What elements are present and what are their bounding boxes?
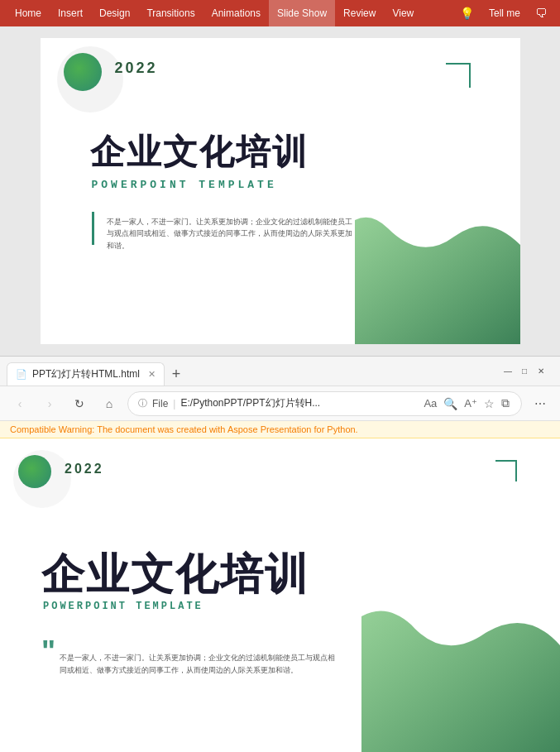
green-line-accent: [92, 212, 94, 245]
tab-label: PPT幻灯片转HTML.html: [32, 367, 140, 381]
menu-animations[interactable]: Animations: [203, 0, 269, 26]
tab-file-icon: 📄: [16, 369, 27, 380]
tab-strip: 📄 PPT幻灯片转HTML.html ✕ +: [7, 357, 502, 386]
menu-design[interactable]: Design: [91, 0, 138, 26]
url-file-label: File: [152, 398, 168, 410]
corner-bracket: [446, 63, 471, 88]
menu-home[interactable]: Home: [7, 0, 50, 26]
menu-insert[interactable]: Insert: [50, 0, 91, 26]
refresh-button[interactable]: ↻: [68, 392, 91, 415]
url-divider: |: [173, 398, 175, 410]
browser-titlebar: 📄 PPT幻灯片转HTML.html ✕ + — □ ✕: [0, 357, 560, 386]
wave-decoration: [355, 195, 520, 344]
menu-view[interactable]: View: [384, 0, 422, 26]
close-button[interactable]: ✕: [535, 366, 547, 377]
tab-close-btn[interactable]: ✕: [148, 369, 156, 380]
main-title-cn: 企业文化培训: [90, 129, 309, 175]
forward-button[interactable]: ›: [38, 392, 61, 415]
menu-review[interactable]: Review: [335, 0, 384, 26]
b-body-text: 不是一家人，不进一家门。让关系更加协调；企业文化的过滤机制能使员工与观点相同或相…: [60, 652, 341, 678]
green-circle: [64, 53, 102, 91]
maximize-button[interactable]: □: [519, 366, 530, 377]
year-label: 2022: [115, 60, 158, 77]
minimize-button[interactable]: —: [502, 366, 514, 377]
b-subtitle-en: POWERPOINT TEMPLATE: [43, 601, 203, 612]
home-button[interactable]: ⌂: [98, 392, 121, 415]
browser-action-icons: ⋯: [529, 392, 552, 415]
star-icon[interactable]: ☆: [482, 395, 496, 412]
ribbon-bar: Home Insert Design Transitions Animation…: [0, 0, 560, 26]
b-corner-bracket: [495, 460, 517, 481]
comment-icon[interactable]: 🗨: [529, 0, 553, 26]
zoom-icon[interactable]: 🔍: [442, 395, 459, 412]
b-main-title-cn: 企业文化培训: [41, 546, 309, 604]
b-green-circle: [18, 455, 51, 488]
back-button[interactable]: ‹: [8, 392, 31, 415]
body-text: 不是一家人，不进一家门。让关系更加协调；企业文化的过滤机制能使员工与观点相同或相…: [107, 216, 355, 251]
slide-area: 2022 企业文化培训 POWERPOINT TEMPL: [0, 26, 560, 356]
text-size-icon[interactable]: A⁺: [462, 395, 479, 411]
extensions-button[interactable]: ⋯: [529, 392, 552, 415]
b-wave-decoration: [361, 587, 560, 752]
browser-content: Compatible Warning: The document was cre…: [0, 421, 560, 752]
url-bar[interactable]: ⓘ File | E:/PythonPPT/PPT幻灯片转H... Aа 🔍 A…: [127, 391, 522, 416]
url-text: E:/PythonPPT/PPT幻灯片转H...: [180, 396, 320, 410]
ppt-slide-inner: 2022 企业文化培训 POWERPOINT TEMPL: [41, 38, 520, 344]
powerpoint-app: Home Insert Design Transitions Animation…: [0, 0, 560, 356]
split-view-icon[interactable]: ⧉: [500, 395, 511, 412]
browser-tab-active[interactable]: 📄 PPT幻灯片转HTML.html ✕: [7, 362, 165, 386]
menu-transitions[interactable]: Transitions: [138, 0, 203, 26]
browser-slide-frame: 2022 企业文化培训 POWERPOINT TEMPL: [0, 438, 560, 752]
lightbulb-icon[interactable]: 💡: [453, 0, 481, 26]
browser-window: 📄 PPT幻灯片转HTML.html ✕ + — □ ✕ ‹ › ↻ ⌂ ⓘ F…: [0, 356, 560, 752]
lock-icon: ⓘ: [138, 397, 147, 410]
translate-icon[interactable]: Aа: [422, 395, 438, 411]
address-bar: ‹ › ↻ ⌂ ⓘ File | E:/PythonPPT/PPT幻灯片转H..…: [0, 386, 560, 421]
b-year-label: 2022: [65, 462, 104, 477]
new-tab-button[interactable]: +: [165, 362, 188, 386]
browser-slide-inner: 2022 企业文化培训 POWERPOINT TEMPL: [0, 438, 560, 752]
b-quote-mark: ": [41, 637, 55, 667]
ppt-slide-frame: 2022 企业文化培训 POWERPOINT TEMPL: [41, 38, 520, 344]
menu-slideshow[interactable]: Slide Show: [269, 0, 335, 26]
tell-me-label[interactable]: Tell me: [481, 0, 529, 26]
warning-bar: Compatible Warning: The document was cre…: [0, 421, 560, 438]
subtitle-en: POWERPOINT TEMPLATE: [92, 179, 277, 191]
url-action-icons: Aа 🔍 A⁺ ☆ ⧉: [422, 395, 511, 412]
window-controls: — □ ✕: [502, 366, 547, 377]
